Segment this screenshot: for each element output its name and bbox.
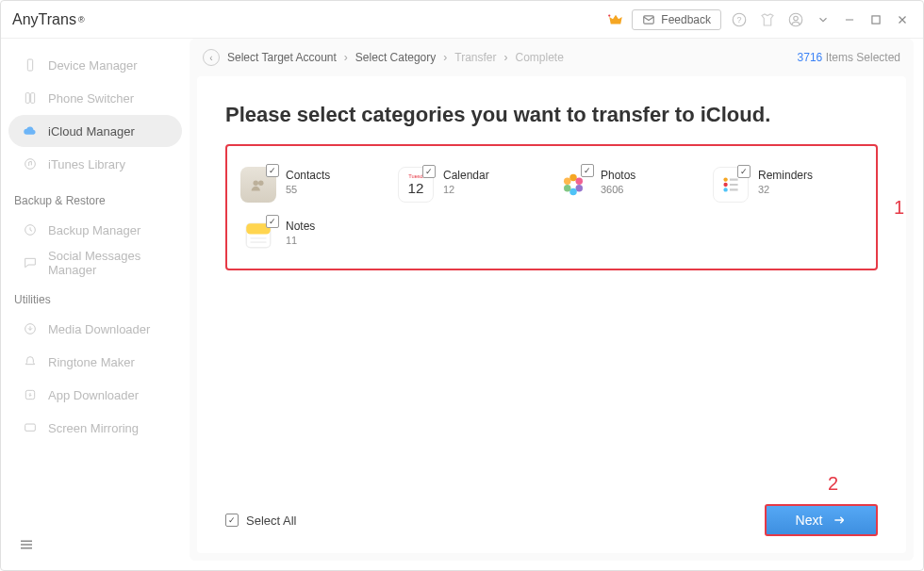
check-icon: ✓ (225, 514, 239, 527)
sidebar-item-media-downloader[interactable]: Media Downloader (8, 313, 182, 345)
maximize-icon[interactable] (866, 10, 885, 29)
breadcrumb: ‹ Select Target Account › Select Categor… (203, 49, 564, 66)
svg-point-25 (569, 188, 577, 196)
sidebar-item-label: Device Manager (48, 58, 138, 73)
check-icon: ✓ (422, 165, 436, 178)
sidebar-item-label: iCloud Manager (48, 124, 135, 139)
header-actions: Feedback ? (607, 9, 912, 30)
category-label: Notes (286, 220, 315, 235)
svg-point-22 (569, 174, 577, 182)
category-notes[interactable]: ✓ Notes 11 (237, 210, 394, 261)
main-panel: ‹ Select Target Account › Select Categor… (190, 39, 914, 561)
feedback-button[interactable]: Feedback (632, 9, 721, 30)
sidebar-item-label: Screen Mirroring (48, 421, 139, 435)
category-count: 55 (286, 184, 330, 195)
svg-point-0 (608, 14, 610, 16)
next-button[interactable]: Next (765, 504, 878, 536)
category-count: 11 (286, 235, 315, 246)
category-label: Reminders (758, 169, 813, 184)
category-label: Contacts (286, 169, 330, 184)
history-icon (22, 221, 39, 238)
hamburger-icon[interactable] (16, 534, 37, 555)
check-icon: ✓ (266, 164, 279, 177)
select-all-label: Select All (246, 514, 296, 528)
svg-rect-9 (25, 93, 29, 104)
reminders-icon: ✓ (713, 167, 749, 203)
svg-point-16 (254, 180, 259, 186)
sidebar-item-label: iTunes Library (48, 157, 125, 171)
category-count: 12 (443, 184, 489, 195)
svg-rect-15 (25, 424, 36, 431)
svg-text:12: 12 (408, 180, 424, 196)
crown-icon[interactable] (607, 11, 624, 28)
chat-icon (22, 254, 39, 271)
check-icon: ✓ (737, 165, 751, 178)
chevron-right-icon: › (443, 51, 447, 64)
annotation-2: 2 (828, 473, 838, 495)
sidebar-item-social-messages[interactable]: Social Messages Manager (8, 247, 182, 279)
download-icon (22, 320, 39, 337)
category-grid: ✓ Contacts 55 Tuesd12 ✓ Calendar 12 (225, 144, 878, 270)
sidebar-item-device-manager[interactable]: Device Manager (8, 49, 182, 81)
arrow-right-icon (832, 513, 847, 528)
svg-point-24 (576, 185, 584, 192)
bell-icon (22, 353, 39, 370)
help-icon[interactable]: ? (729, 9, 750, 30)
page-title: Please select categories you want to tra… (225, 103, 878, 127)
sidebar-item-label: Media Downloader (48, 322, 150, 336)
category-photos[interactable]: ✓ Photos 3606 (552, 159, 709, 210)
items-selected-label: Items Selected (826, 51, 900, 64)
sidebar-item-icloud-manager[interactable]: iCloud Manager (8, 115, 182, 147)
header-bar: AnyTrans® Feedback ? (1, 1, 923, 39)
svg-point-30 (723, 188, 727, 191)
user-icon[interactable] (785, 9, 806, 30)
sidebar-item-ringtone-maker[interactable]: Ringtone Maker (8, 346, 182, 378)
device-icon (22, 57, 39, 73)
svg-point-28 (723, 177, 727, 181)
registered-mark: ® (78, 15, 85, 24)
category-reminders[interactable]: ✓ Reminders 32 (709, 159, 866, 210)
calendar-icon: Tuesd12 ✓ (398, 167, 434, 203)
tshirt-icon[interactable] (757, 9, 778, 30)
breadcrumb-step-1[interactable]: Select Target Account (227, 51, 337, 64)
chevron-right-icon: › (503, 51, 507, 64)
breadcrumb-back-icon[interactable]: ‹ (203, 49, 220, 66)
next-label: Next (796, 513, 823, 528)
sidebar-item-label: Backup Manager (48, 223, 140, 237)
items-selected-count: 3716 (798, 51, 823, 64)
svg-rect-10 (31, 93, 35, 104)
svg-point-17 (258, 180, 264, 186)
section-utilities: Utilities (1, 280, 190, 312)
sidebar-item-screen-mirroring[interactable]: Screen Mirroring (8, 412, 182, 444)
svg-point-23 (576, 178, 584, 186)
category-calendar[interactable]: Tuesd12 ✓ Calendar 12 (394, 159, 552, 210)
brand-label: AnyTrans (12, 11, 76, 28)
sidebar: Device Manager Phone Switcher iCloud Man… (1, 39, 190, 570)
switch-icon (22, 90, 39, 106)
sidebar-item-itunes-library[interactable]: iTunes Library (8, 148, 182, 180)
select-all-checkbox[interactable]: ✓ Select All (225, 514, 296, 528)
breadcrumb-step-2[interactable]: Select Category (355, 51, 436, 64)
svg-rect-7 (872, 15, 880, 23)
svg-point-11 (25, 159, 36, 170)
breadcrumb-step-4: Complete (515, 51, 563, 64)
svg-point-27 (564, 178, 571, 186)
annotation-1: 1 (894, 197, 904, 219)
check-icon: ✓ (581, 164, 594, 177)
category-count: 3606 (601, 184, 635, 195)
category-label: Photos (601, 169, 635, 184)
sidebar-item-phone-switcher[interactable]: Phone Switcher (8, 82, 182, 114)
sidebar-item-backup-manager[interactable]: Backup Manager (8, 214, 182, 246)
chevron-down-icon[interactable] (814, 10, 833, 29)
sidebar-item-app-downloader[interactable]: App Downloader (8, 379, 182, 411)
category-contacts[interactable]: ✓ Contacts 55 (237, 159, 394, 210)
notes-icon: ✓ (240, 218, 276, 253)
check-icon: ✓ (266, 215, 279, 228)
breadcrumb-step-3: Transfer (454, 51, 496, 64)
sidebar-item-label: Phone Switcher (48, 91, 134, 106)
minimize-icon[interactable] (840, 10, 859, 29)
svg-rect-8 (27, 59, 32, 71)
close-icon[interactable] (893, 10, 912, 29)
music-icon (22, 155, 39, 172)
breadcrumb-row: ‹ Select Target Account › Select Categor… (190, 39, 914, 76)
